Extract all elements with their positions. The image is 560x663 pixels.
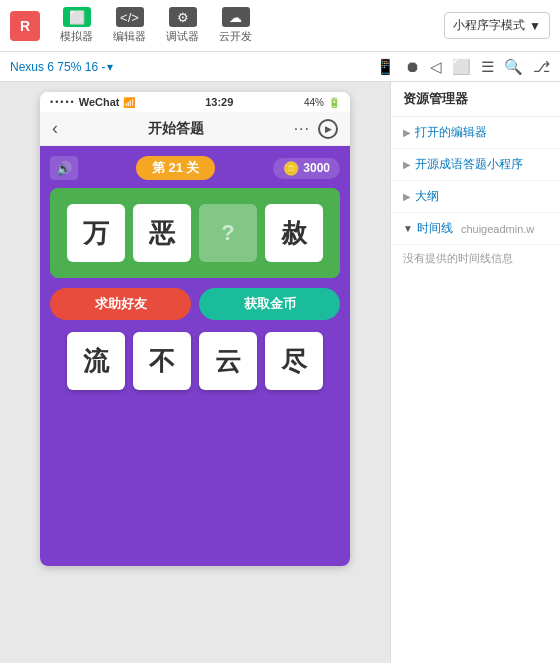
editor-icon: </>: [116, 7, 144, 27]
signal-dots: •••••: [50, 97, 76, 107]
coin-badge: 🪙 3000: [273, 158, 340, 179]
resource-project-label: 开源成语答题小程序: [415, 156, 523, 173]
answer-row: 万 恶 ? 赦: [62, 204, 328, 262]
resource-item-outline[interactable]: ▶ 大纲: [391, 181, 560, 213]
game-top-row: 🔊 第 21 关 🪙 3000: [50, 156, 340, 180]
choice-tile-0[interactable]: 流: [67, 332, 125, 390]
record-icon[interactable]: ⏺: [405, 58, 420, 75]
simulator-panel: ••••• WeChat 📶 13:29 44% 🔋 ‹ 开始答题 ··· ▶: [0, 82, 390, 663]
choice-row: 流 不 云 尽: [50, 332, 340, 390]
coin-count: 3000: [303, 161, 330, 175]
secondary-toolbar: Nexus 6 75% 16 - ▾ 📱 ⏺ ◁ ⬜ ☰ 🔍 ⎇: [0, 52, 560, 82]
get-coins-button[interactable]: 获取金币: [199, 288, 340, 320]
cloud-label: 云开发: [219, 29, 252, 44]
toolbar2-icons: 📱 ⏺ ◁ ⬜ ☰ 🔍 ⎇: [376, 58, 550, 76]
resource-panel: 资源管理器 ▶ 打开的编辑器 ▶ 开源成语答题小程序 ▶ 大纲 ▼ 时间线 ch…: [390, 82, 560, 663]
nav-right: ··· ▶: [294, 119, 338, 139]
game-content: 🔊 第 21 关 🪙 3000 万 恶 ? 赦: [40, 146, 350, 566]
editor-button[interactable]: </> 编辑器: [105, 4, 154, 47]
search-icon[interactable]: 🔍: [504, 58, 523, 76]
nav-bar: ‹ 开始答题 ··· ▶: [40, 112, 350, 146]
simulator-button[interactable]: ⬜ 模拟器: [52, 4, 101, 47]
editor-label: 编辑器: [113, 29, 146, 44]
resource-item-timeline[interactable]: ▼ 时间线 chuigeadmin.w: [391, 213, 560, 245]
app-logo: R: [10, 11, 40, 41]
action-row: 求助好友 获取金币: [50, 288, 340, 320]
battery-percent: 44%: [304, 97, 324, 108]
choice-tile-1[interactable]: 不: [133, 332, 191, 390]
timeline-url: chuigeadmin.w: [461, 223, 534, 235]
simulator-icon: ⬜: [63, 7, 91, 27]
mode-label: 小程序字模式: [453, 17, 525, 34]
status-bar: ••••• WeChat 📶 13:29 44% 🔋: [40, 92, 350, 112]
resource-item-editor[interactable]: ▶ 打开的编辑器: [391, 117, 560, 149]
resource-item-project[interactable]: ▶ 开源成语答题小程序: [391, 149, 560, 181]
answer-tile-0[interactable]: 万: [67, 204, 125, 262]
arrow-timeline-icon: ▼: [403, 223, 413, 234]
debugger-button[interactable]: ⚙ 调试器: [158, 4, 207, 47]
status-time: 13:29: [205, 96, 233, 108]
mode-arrow-icon: ▼: [529, 19, 541, 33]
nav-title: 开始答题: [148, 120, 204, 138]
resource-panel-title: 资源管理器: [391, 82, 560, 117]
mode-selector[interactable]: 小程序字模式 ▼: [444, 12, 550, 39]
main-area: ••••• WeChat 📶 13:29 44% 🔋 ‹ 开始答题 ··· ▶: [0, 82, 560, 663]
arrow-outline-icon: ▶: [403, 191, 411, 202]
nav-more-button[interactable]: ···: [294, 120, 310, 138]
cloud-icon: ☁: [222, 7, 250, 27]
list-icon[interactable]: ☰: [481, 58, 494, 76]
battery-icon: 🔋: [328, 97, 340, 108]
device-info[interactable]: Nexus 6 75% 16 - ▾: [10, 60, 113, 74]
answer-area: 万 恶 ? 赦: [50, 188, 340, 278]
choice-tile-2[interactable]: 云: [199, 332, 257, 390]
choice-tile-3[interactable]: 尽: [265, 332, 323, 390]
phone-frame: ••••• WeChat 📶 13:29 44% 🔋 ‹ 开始答题 ··· ▶: [40, 92, 350, 566]
resource-outline-label: 大纲: [415, 188, 439, 205]
help-friend-button[interactable]: 求助好友: [50, 288, 191, 320]
dropdown-arrow-icon: ▾: [107, 60, 113, 74]
arrow-editor-icon: ▶: [403, 127, 411, 138]
debugger-icon: ⚙: [169, 7, 197, 27]
branch-icon[interactable]: ⎇: [533, 58, 550, 76]
arrow-project-icon: ▶: [403, 159, 411, 170]
coin-icon: 🪙: [283, 161, 299, 176]
cloud-button[interactable]: ☁ 云开发: [211, 4, 260, 47]
timeline-no-data: 没有提供的时间线信息: [391, 245, 560, 272]
level-badge: 第 21 关: [136, 156, 216, 180]
speaker-button[interactable]: 🔊: [50, 156, 78, 180]
answer-tile-2[interactable]: ?: [199, 204, 257, 262]
phone-icon[interactable]: 📱: [376, 58, 395, 76]
volume-icon[interactable]: ◁: [430, 58, 442, 76]
main-toolbar: R ⬜ 模拟器 </> 编辑器 ⚙ 调试器 ☁ 云开发 小程序字模式 ▼: [0, 0, 560, 52]
answer-tile-3[interactable]: 赦: [265, 204, 323, 262]
nav-circle-button[interactable]: ▶: [318, 119, 338, 139]
simulator-label: 模拟器: [60, 29, 93, 44]
back-button[interactable]: ‹: [52, 118, 58, 139]
resource-editor-label: 打开的编辑器: [415, 124, 487, 141]
resource-timeline-label: 时间线: [417, 220, 453, 237]
screen-icon[interactable]: ⬜: [452, 58, 471, 76]
wifi-icon: 📶: [123, 97, 135, 108]
debugger-label: 调试器: [166, 29, 199, 44]
answer-tile-1[interactable]: 恶: [133, 204, 191, 262]
wechat-label: WeChat: [79, 96, 120, 108]
